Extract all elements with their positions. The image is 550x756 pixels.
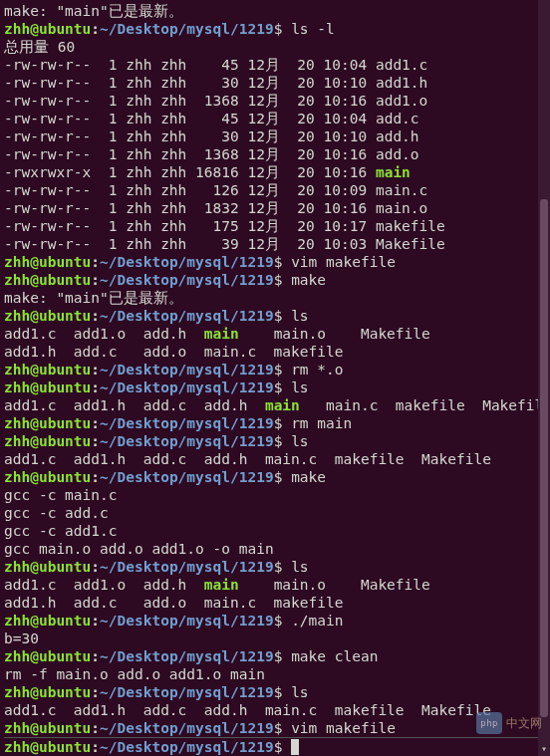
terminal-prompt-line: zhh@ubuntu:~/Desktop/mysql/1219$ ls [4,307,546,325]
terminal-cursor [291,739,299,755]
terminal-output-line: gcc main.o add.o add1.o -o main [4,540,546,558]
terminal-output-line: b=30 [4,630,546,647]
terminal-prompt-line: zhh@ubuntu:~/Desktop/mysql/1219$ rm *.o [4,361,546,378]
terminal-output-line: add1.h add.c add.o main.c makefile [4,343,546,361]
terminal-prompt-line: zhh@ubuntu:~/Desktop/mysql/1219$ ls [4,378,546,396]
terminal-output-line: -rw-rw-r-- 1 zhh zhh 45 12月 20 10:04 add… [4,110,546,127]
terminal-output-line: add1.c add1.o add.h main main.o Makefile [4,325,546,343]
terminal-output-line: gcc -c add.c [4,504,546,522]
php-icon: php [476,712,502,734]
terminal-prompt-line: zhh@ubuntu:~/Desktop/mysql/1219$ make cl… [4,647,546,665]
terminal-scrollbar[interactable]: ▾ [538,0,550,756]
terminal-output-line: gcc -c add1.c [4,522,546,540]
terminal-prompt-line: zhh@ubuntu:~/Desktop/mysql/1219$ make [4,468,546,486]
scrollbar-arrow-down[interactable]: ▾ [538,742,550,756]
terminal-output-line: add1.c add1.h add.c add.h main main.c ma… [4,396,546,414]
terminal-prompt-line: zhh@ubuntu:~/Desktop/mysql/1219$ ls [4,683,546,701]
terminal-output-line: -rw-rw-r-- 1 zhh zhh 45 12月 20 10:04 add… [4,56,546,74]
terminal-prompt-line: zhh@ubuntu:~/Desktop/mysql/1219$ ./main [4,612,546,630]
terminal-output-line: -rw-rw-r-- 1 zhh zhh 39 12月 20 10:03 Mak… [4,235,546,253]
terminal-output-line: -rw-rw-r-- 1 zhh zhh 126 12月 20 10:09 ma… [4,181,546,199]
watermark-text: 中文网 [506,714,542,732]
terminal-output-line: -rw-rw-r-- 1 zhh zhh 1368 12月 20 10:16 a… [4,92,546,110]
terminal-prompt-line: zhh@ubuntu:~/Desktop/mysql/1219$ make [4,271,546,289]
terminal-output-line: add1.c add1.h add.c add.h main.c makefil… [4,450,546,468]
scrollbar-thumb[interactable] [540,199,548,717]
terminal-output-line: -rw-rw-r-- 1 zhh zhh 30 12月 20 10:10 add… [4,127,546,145]
php-watermark: php 中文网 [476,712,542,734]
terminal-output-line: -rw-rw-r-- 1 zhh zhh 175 12月 20 10:17 ma… [4,217,546,235]
terminal-prompt-line: zhh@ubuntu:~/Desktop/mysql/1219$ ls [4,558,546,576]
terminal-output-line: add1.c add1.h add.c add.h main.c makefil… [4,701,546,719]
terminal-output-line: gcc -c main.c [4,486,546,504]
terminal-output-line: -rw-rw-r-- 1 zhh zhh 1832 12月 20 10:16 m… [4,199,546,217]
terminal-output-line: add1.c add1.o add.h main main.o Makefile [4,576,546,594]
terminal-output-line: add1.h add.c add.o main.c makefile [4,594,546,612]
terminal-prompt-line: zhh@ubuntu:~/Desktop/mysql/1219$ rm main [4,414,546,432]
terminal-output-line: make: "main"已是最新。 [4,2,546,20]
terminal-prompt-line: zhh@ubuntu:~/Desktop/mysql/1219$ vim mak… [4,719,546,737]
terminal-output-line: -rwxrwxr-x 1 zhh zhh 16816 12月 20 10:16 … [4,163,546,181]
terminal-output: make: "main"已是最新。zhh@ubuntu:~/Desktop/my… [4,2,546,756]
terminal-prompt-line: zhh@ubuntu:~/Desktop/mysql/1219$ ls [4,432,546,450]
terminal-output-line: -rw-rw-r-- 1 zhh zhh 1368 12月 20 10:16 a… [4,145,546,163]
terminal-prompt-line[interactable]: zhh@ubuntu:~/Desktop/mysql/1219$ [4,738,546,756]
terminal-prompt-line: zhh@ubuntu:~/Desktop/mysql/1219$ ls -l [4,20,546,38]
terminal-output-line: -rw-rw-r-- 1 zhh zhh 30 12月 20 10:10 add… [4,74,546,92]
terminal-prompt-line: zhh@ubuntu:~/Desktop/mysql/1219$ vim mak… [4,253,546,271]
terminal-output-line: 总用量 60 [4,38,546,56]
terminal-output-line: rm -f main.o add.o add1.o main [4,665,546,683]
terminal-output-line: make: "main"已是最新。 [4,289,546,307]
